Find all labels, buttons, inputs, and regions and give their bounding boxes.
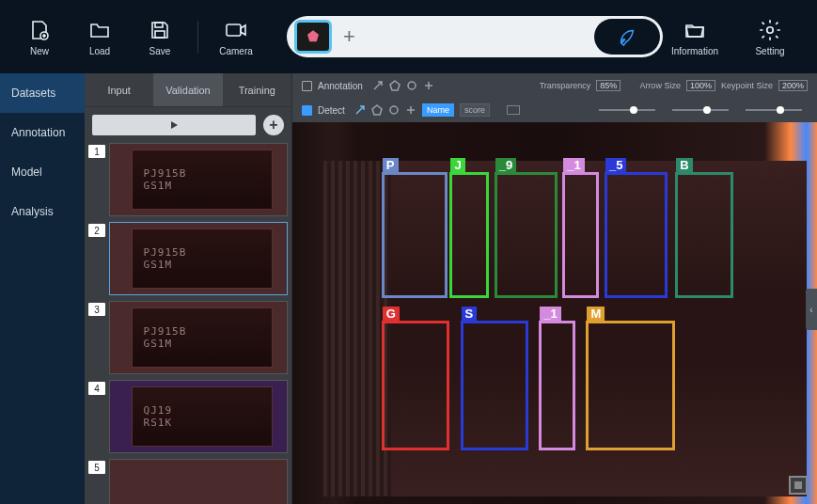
camera-icon — [221, 18, 251, 42]
fit-view-button[interactable] — [789, 476, 808, 495]
bbox[interactable]: G — [382, 321, 450, 450]
thumbnail-row[interactable]: 2PJ915BGS1M — [88, 222, 288, 295]
new-label: New — [30, 46, 49, 56]
thumb-image[interactable] — [109, 459, 288, 504]
bbox-label: _1 — [563, 158, 584, 172]
dataset-panel: Input Validation Training + 1PJ915BGS1M2… — [85, 73, 291, 504]
name-tag[interactable]: Name — [422, 103, 454, 117]
transparency-slider[interactable] — [599, 109, 655, 111]
tab-training[interactable]: Training — [223, 73, 291, 106]
image-viewport[interactable]: PJ_9_1_5BGS_1M — [292, 122, 817, 504]
play-row: + — [85, 107, 291, 143]
sidebar-item-model[interactable]: Model — [0, 152, 85, 192]
thumb-image[interactable]: PJ915BGS1M — [109, 143, 288, 216]
sidebar: Datasets Annotation Model Analysis — [0, 73, 85, 504]
svg-point-10 — [390, 106, 398, 114]
load-button[interactable]: Load — [71, 18, 128, 56]
bbox-label: _9 — [495, 158, 516, 172]
thumb-index: 2 — [88, 224, 105, 237]
thumb-image[interactable]: QJ19RS1K — [109, 380, 288, 453]
thumbnail-row[interactable]: 3PJ915BGS1M — [88, 301, 288, 374]
arrow-icon[interactable] — [372, 80, 384, 91]
sidebar-item-analysis[interactable]: Analysis — [0, 192, 85, 231]
thumb-index: 1 — [88, 145, 105, 158]
svg-marker-7 — [390, 81, 400, 90]
arrow-slider[interactable] — [672, 109, 729, 111]
add-class-button[interactable]: + — [343, 24, 355, 49]
collapse-handle[interactable]: ‹ — [806, 289, 817, 330]
dataset-tabs: Input Validation Training — [85, 73, 291, 107]
play-button[interactable] — [92, 115, 256, 135]
bbox[interactable]: B — [675, 172, 732, 298]
plus-icon[interactable] — [423, 80, 434, 91]
tab-validation[interactable]: Validation — [153, 73, 222, 106]
folder-icon — [85, 18, 115, 42]
thumb-image[interactable]: PJ915BGS1M — [109, 301, 288, 374]
thumbnail-row[interactable]: 1PJ915BGS1M — [88, 143, 288, 216]
camera-label: Camera — [219, 46, 253, 56]
arrow-size-label: Arrow Size — [639, 81, 681, 90]
arrow-size-value[interactable]: 100% — [686, 80, 715, 91]
active-class-thumb[interactable] — [294, 20, 332, 54]
pentagon-icon-2[interactable] — [371, 104, 383, 116]
bbox[interactable]: J — [449, 172, 489, 298]
bbox[interactable]: P — [382, 172, 448, 298]
svg-rect-1 — [155, 23, 163, 27]
information-button[interactable]: Information — [667, 18, 723, 56]
bbox-label: S — [462, 307, 478, 321]
plus-icon-2[interactable] — [405, 104, 416, 116]
bbox[interactable]: _1 — [539, 321, 575, 450]
launch-button[interactable] — [594, 19, 660, 55]
bbox-label: M — [587, 307, 605, 321]
gear-icon — [755, 18, 785, 42]
thumb-image[interactable]: PJ915BGS1M — [109, 222, 288, 295]
annotation-checkbox[interactable] — [302, 81, 312, 91]
thumbnail-list: 1PJ915BGS1M2PJ915BGS1M3PJ915BGS1M4QJ19RS… — [85, 143, 291, 504]
bbox-label: _5 — [605, 158, 626, 172]
sidebar-item-datasets[interactable]: Datasets — [0, 73, 85, 113]
detect-label: Detect — [318, 105, 345, 116]
pentagon-icon[interactable] — [389, 80, 401, 91]
bbox-label: _1 — [540, 307, 560, 321]
keypoint-size-value[interactable]: 200% — [778, 80, 808, 91]
thumbnail-row[interactable]: 4QJ19RS1K — [88, 380, 288, 453]
bbox[interactable]: _9 — [495, 172, 558, 298]
keypoint-size-label: Keypoint Size — [721, 81, 773, 90]
bbox[interactable]: M — [586, 321, 675, 450]
svg-point-5 — [767, 26, 774, 33]
transparency-value[interactable]: 85% — [596, 80, 621, 91]
thumbnail-row[interactable]: 5 — [88, 459, 288, 504]
bbox-label: P — [383, 158, 399, 172]
add-image-button[interactable]: + — [263, 115, 284, 135]
new-file-icon — [24, 18, 55, 42]
circle-icon-2[interactable] — [388, 104, 400, 116]
svg-marker-9 — [372, 105, 382, 115]
svg-marker-6 — [171, 121, 178, 129]
canvas-area: Annotation Transparency 85% Arrow Size 1… — [291, 73, 817, 504]
circle-icon[interactable] — [406, 80, 417, 91]
save-button[interactable]: Save — [132, 18, 188, 56]
class-pill: + — [287, 16, 663, 57]
setting-button[interactable]: Setting — [742, 18, 798, 56]
thumb-index: 5 — [88, 461, 105, 474]
rect-tool-icon[interactable] — [507, 105, 520, 115]
sidebar-item-annotation[interactable]: Annotation — [0, 113, 85, 152]
keypoint-slider[interactable] — [746, 109, 802, 111]
annotation-label: Annotation — [318, 81, 363, 91]
arrow-icon-2[interactable] — [354, 104, 366, 116]
body: Datasets Annotation Model Analysis Input… — [0, 73, 817, 504]
tab-input[interactable]: Input — [85, 73, 153, 106]
annotation-toolbar: Annotation Transparency 85% Arrow Size 1… — [292, 73, 817, 122]
score-tag[interactable]: score — [460, 103, 490, 117]
folder-open-icon — [680, 18, 710, 42]
bbox[interactable]: S — [461, 321, 529, 450]
svg-rect-2 — [155, 31, 165, 38]
camera-button[interactable]: Camera — [208, 18, 264, 56]
bbox[interactable]: _5 — [605, 172, 668, 298]
svg-rect-3 — [227, 24, 241, 36]
new-button[interactable]: New — [11, 18, 68, 56]
detect-checkbox[interactable] — [302, 105, 312, 116]
right-tools: Information Setting — [667, 18, 798, 56]
save-icon — [145, 18, 175, 42]
bbox[interactable]: _1 — [562, 172, 599, 298]
